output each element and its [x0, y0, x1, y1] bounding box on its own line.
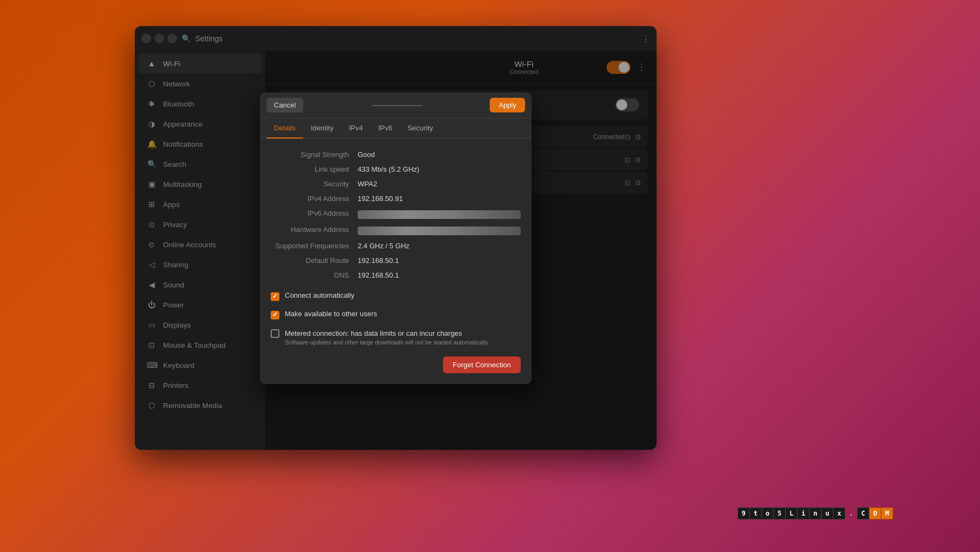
- dns-value: 192.168.50.1: [358, 271, 521, 279]
- watermark-char: O: [869, 507, 881, 519]
- detail-row-signal: Signal Strength Good: [271, 147, 521, 162]
- forget-connection-button[interactable]: Forget Connection: [443, 356, 521, 373]
- watermark: 9 t o 5 L i n u x . C O M: [738, 507, 893, 519]
- hardware-label: Hardware Address: [271, 225, 358, 235]
- checkbox-row-make-available: Make available to other users: [271, 305, 521, 324]
- forget-btn-row: Forget Connection: [271, 350, 521, 375]
- detail-row-hardware: Hardware Address: [271, 222, 521, 239]
- watermark-char: t: [750, 507, 761, 519]
- detail-row-frequencies: Supported Frequencies 2.4 GHz / 5 GHz: [271, 239, 521, 253]
- watermark-char: M: [881, 507, 893, 519]
- watermark-char: i: [797, 507, 809, 519]
- security-label: Security: [271, 180, 358, 188]
- ipv6-label: IPv6 Address: [271, 209, 358, 219]
- metered-checkbox[interactable]: [271, 329, 279, 338]
- cancel-button[interactable]: Cancel: [266, 98, 303, 112]
- default-route-value: 192.168.50.1: [358, 256, 521, 265]
- tab-identity[interactable]: Identity: [303, 118, 341, 139]
- tab-ipv4[interactable]: IPv4: [341, 118, 371, 139]
- detail-row-ipv4: IPv4 Address 192.168.50.91: [271, 191, 521, 206]
- dns-label: DNS: [271, 271, 358, 279]
- checkbox-row-metered: Metered connection: has data limits or c…: [271, 324, 521, 350]
- signal-strength-label: Signal Strength: [271, 150, 358, 159]
- metered-sublabel: Software updates and other large downloa…: [285, 339, 489, 346]
- connect-auto-checkbox[interactable]: [271, 292, 279, 301]
- make-available-checkbox[interactable]: [271, 311, 279, 319]
- metered-label-container: Metered connection: has data limits or c…: [285, 328, 489, 346]
- security-value: WPA2: [358, 180, 521, 188]
- apply-button[interactable]: Apply: [490, 98, 525, 112]
- tab-details[interactable]: Details: [266, 118, 303, 139]
- dialog-content: Signal Strength Good Link speed 433 Mb/s…: [260, 139, 532, 384]
- watermark-char: C: [857, 507, 869, 519]
- detail-row-link-speed: Link speed 433 Mb/s (5.2 GHz): [271, 162, 521, 177]
- watermark-char: x: [833, 507, 845, 519]
- frequencies-value: 2.4 GHz / 5 GHz: [358, 242, 521, 250]
- watermark-char: n: [809, 507, 821, 519]
- detail-row-security: Security WPA2: [271, 177, 521, 191]
- watermark-dot: .: [845, 507, 857, 519]
- dialog-overlay: Cancel ────────── Apply Details Identity…: [135, 26, 657, 450]
- hardware-value: [358, 227, 521, 235]
- tab-security[interactable]: Security: [400, 118, 441, 139]
- dialog-titlebar: Cancel ────────── Apply: [260, 92, 532, 118]
- metered-label: Metered connection: has data limits or c…: [285, 329, 462, 337]
- watermark-char: 9: [738, 507, 750, 519]
- detail-row-default-route: Default Route 192.168.50.1: [271, 253, 521, 268]
- default-route-label: Default Route: [271, 256, 358, 265]
- dialog-network-name: ──────────: [308, 101, 485, 109]
- ipv4-value: 192.168.50.91: [358, 195, 521, 203]
- ipv4-label: IPv4 Address: [271, 195, 358, 203]
- dialog-tabs: Details Identity IPv4 IPv6 Security: [260, 118, 532, 139]
- ipv6-value: [358, 210, 521, 219]
- watermark-char: u: [821, 507, 833, 519]
- detail-row-dns: DNS 192.168.50.1: [271, 268, 521, 283]
- settings-window: × − □ 🔍 Settings ⋮ ▲ Wi-Fi ⬡ Network ✱ B…: [135, 26, 657, 450]
- link-speed-label: Link speed: [271, 165, 358, 173]
- connection-dialog: Cancel ────────── Apply Details Identity…: [260, 92, 532, 384]
- tab-ipv6[interactable]: IPv6: [371, 118, 400, 139]
- link-speed-value: 433 Mb/s (5.2 GHz): [358, 165, 521, 173]
- make-available-label: Make available to other users: [285, 310, 377, 318]
- watermark-char: o: [761, 507, 773, 519]
- watermark-char: 5: [773, 507, 785, 519]
- watermark-char: L: [785, 507, 797, 519]
- connect-auto-label: Connect automatically: [285, 291, 354, 299]
- detail-row-ipv6: IPv6 Address: [271, 206, 521, 222]
- checkbox-row-connect-auto: Connect automatically: [271, 287, 521, 305]
- frequencies-label: Supported Frequencies: [271, 242, 358, 250]
- signal-strength-value: Good: [358, 150, 521, 159]
